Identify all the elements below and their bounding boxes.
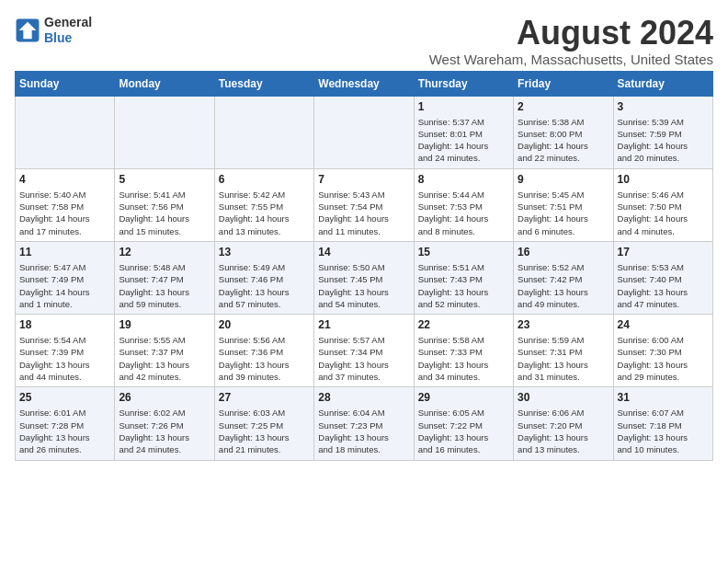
day-detail: Sunrise: 5:58 AM Sunset: 7:33 PM Dayligh… — [418, 334, 509, 383]
calendar-cell: 30Sunrise: 6:06 AM Sunset: 7:20 PM Dayli… — [514, 387, 613, 460]
day-detail: Sunrise: 5:47 AM Sunset: 7:49 PM Dayligh… — [19, 261, 110, 310]
day-detail: Sunrise: 5:43 AM Sunset: 7:54 PM Dayligh… — [318, 189, 409, 237]
calendar-cell: 28Sunrise: 6:04 AM Sunset: 7:23 PM Dayli… — [314, 387, 414, 460]
logo-line2: Blue — [44, 30, 92, 46]
week-row-1: 1Sunrise: 5:37 AM Sunset: 8:01 PM Daylig… — [16, 96, 713, 168]
day-number: 18 — [19, 318, 110, 331]
page-header: General Blue August 2024 West Wareham, M… — [15, 15, 713, 67]
day-detail: Sunrise: 5:50 AM Sunset: 7:45 PM Dayligh… — [318, 261, 409, 310]
day-number: 10 — [618, 173, 709, 186]
week-row-4: 18Sunrise: 5:54 AM Sunset: 7:39 PM Dayli… — [16, 315, 713, 387]
day-detail: Sunrise: 5:54 AM Sunset: 7:39 PM Dayligh… — [19, 334, 110, 383]
day-number: 19 — [119, 318, 210, 331]
calendar-cell: 19Sunrise: 5:55 AM Sunset: 7:37 PM Dayli… — [115, 315, 214, 387]
day-number: 4 — [19, 173, 110, 186]
calendar-cell: 10Sunrise: 5:46 AM Sunset: 7:50 PM Dayli… — [613, 168, 712, 241]
day-number: 23 — [518, 318, 609, 331]
calendar-cell: 9Sunrise: 5:45 AM Sunset: 7:51 PM Daylig… — [514, 168, 613, 241]
day-detail: Sunrise: 5:45 AM Sunset: 7:51 PM Dayligh… — [518, 189, 609, 237]
calendar-cell: 21Sunrise: 5:57 AM Sunset: 7:34 PM Dayli… — [314, 315, 414, 387]
calendar-cell: 2Sunrise: 5:38 AM Sunset: 8:00 PM Daylig… — [514, 96, 613, 168]
calendar-cell: 15Sunrise: 5:51 AM Sunset: 7:43 PM Dayli… — [414, 241, 513, 314]
calendar-cell: 11Sunrise: 5:47 AM Sunset: 7:49 PM Dayli… — [16, 241, 115, 314]
day-number: 2 — [518, 100, 609, 113]
day-number: 5 — [119, 173, 210, 186]
day-number: 8 — [418, 173, 509, 186]
day-detail: Sunrise: 5:52 AM Sunset: 7:42 PM Dayligh… — [518, 261, 609, 310]
day-detail: Sunrise: 5:46 AM Sunset: 7:50 PM Dayligh… — [618, 189, 709, 237]
day-header-tuesday: Tuesday — [214, 71, 313, 96]
day-number: 1 — [418, 100, 509, 113]
calendar-cell: 7Sunrise: 5:43 AM Sunset: 7:54 PM Daylig… — [314, 168, 414, 241]
day-detail: Sunrise: 6:07 AM Sunset: 7:18 PM Dayligh… — [618, 407, 709, 455]
calendar-cell — [16, 96, 115, 168]
day-header-friday: Friday — [514, 71, 613, 96]
calendar-cell: 1Sunrise: 5:37 AM Sunset: 8:01 PM Daylig… — [414, 96, 513, 168]
day-detail: Sunrise: 5:51 AM Sunset: 7:43 PM Dayligh… — [418, 261, 509, 310]
calendar-cell: 5Sunrise: 5:41 AM Sunset: 7:56 PM Daylig… — [115, 168, 214, 241]
day-header-monday: Monday — [115, 71, 214, 96]
day-detail: Sunrise: 5:39 AM Sunset: 7:59 PM Dayligh… — [618, 116, 709, 165]
day-number: 11 — [19, 246, 110, 259]
day-detail: Sunrise: 5:57 AM Sunset: 7:34 PM Dayligh… — [318, 334, 409, 383]
calendar-cell: 12Sunrise: 5:48 AM Sunset: 7:47 PM Dayli… — [115, 241, 214, 314]
title-block: August 2024 West Wareham, Massachusetts,… — [429, 15, 713, 67]
week-row-2: 4Sunrise: 5:40 AM Sunset: 7:58 PM Daylig… — [16, 168, 713, 241]
page-subtitle: West Wareham, Massachusetts, United Stat… — [429, 52, 713, 67]
calendar-cell: 24Sunrise: 6:00 AM Sunset: 7:30 PM Dayli… — [613, 315, 712, 387]
calendar-cell: 4Sunrise: 5:40 AM Sunset: 7:58 PM Daylig… — [16, 168, 115, 241]
day-header-sunday: Sunday — [16, 71, 115, 96]
day-number: 13 — [219, 246, 310, 259]
day-number: 27 — [219, 391, 310, 404]
day-number: 9 — [518, 173, 609, 186]
day-detail: Sunrise: 6:04 AM Sunset: 7:23 PM Dayligh… — [318, 407, 409, 455]
calendar-cell: 13Sunrise: 5:49 AM Sunset: 7:46 PM Dayli… — [214, 241, 313, 314]
day-detail: Sunrise: 6:02 AM Sunset: 7:26 PM Dayligh… — [119, 407, 210, 455]
calendar-cell: 27Sunrise: 6:03 AM Sunset: 7:25 PM Dayli… — [214, 387, 313, 460]
calendar-cell — [115, 96, 214, 168]
day-detail: Sunrise: 5:55 AM Sunset: 7:37 PM Dayligh… — [119, 334, 210, 383]
logo-icon — [15, 17, 40, 43]
calendar-cell: 6Sunrise: 5:42 AM Sunset: 7:55 PM Daylig… — [214, 168, 313, 241]
day-detail: Sunrise: 5:53 AM Sunset: 7:40 PM Dayligh… — [618, 261, 709, 310]
day-number: 25 — [19, 391, 110, 404]
day-header-wednesday: Wednesday — [314, 71, 414, 96]
day-detail: Sunrise: 5:56 AM Sunset: 7:36 PM Dayligh… — [219, 334, 310, 383]
logo-line1: General — [44, 15, 92, 30]
calendar-cell: 25Sunrise: 6:01 AM Sunset: 7:28 PM Dayli… — [16, 387, 115, 460]
day-detail: Sunrise: 5:59 AM Sunset: 7:31 PM Dayligh… — [518, 334, 609, 383]
calendar-cell: 18Sunrise: 5:54 AM Sunset: 7:39 PM Dayli… — [16, 315, 115, 387]
day-number: 7 — [318, 173, 409, 186]
logo: General Blue — [15, 15, 92, 46]
day-number: 15 — [418, 246, 509, 259]
calendar-cell: 14Sunrise: 5:50 AM Sunset: 7:45 PM Dayli… — [314, 241, 414, 314]
days-row: SundayMondayTuesdayWednesdayThursdayFrid… — [16, 71, 713, 96]
calendar-cell: 31Sunrise: 6:07 AM Sunset: 7:18 PM Dayli… — [613, 387, 712, 460]
week-row-3: 11Sunrise: 5:47 AM Sunset: 7:49 PM Dayli… — [16, 241, 713, 314]
day-detail: Sunrise: 5:41 AM Sunset: 7:56 PM Dayligh… — [119, 189, 210, 237]
calendar-cell: 16Sunrise: 5:52 AM Sunset: 7:42 PM Dayli… — [514, 241, 613, 314]
day-number: 26 — [119, 391, 210, 404]
day-detail: Sunrise: 5:40 AM Sunset: 7:58 PM Dayligh… — [19, 189, 110, 237]
day-header-thursday: Thursday — [414, 71, 513, 96]
calendar-cell: 3Sunrise: 5:39 AM Sunset: 7:59 PM Daylig… — [613, 96, 712, 168]
calendar-cell: 26Sunrise: 6:02 AM Sunset: 7:26 PM Dayli… — [115, 387, 214, 460]
day-detail: Sunrise: 6:03 AM Sunset: 7:25 PM Dayligh… — [219, 407, 310, 455]
day-detail: Sunrise: 5:48 AM Sunset: 7:47 PM Dayligh… — [119, 261, 210, 310]
day-number: 12 — [119, 246, 210, 259]
day-number: 29 — [418, 391, 509, 404]
calendar-header: SundayMondayTuesdayWednesdayThursdayFrid… — [16, 71, 713, 96]
day-detail: Sunrise: 6:06 AM Sunset: 7:20 PM Dayligh… — [518, 407, 609, 455]
calendar-cell — [314, 96, 414, 168]
day-number: 17 — [618, 246, 709, 259]
calendar-cell: 29Sunrise: 6:05 AM Sunset: 7:22 PM Dayli… — [414, 387, 513, 460]
day-number: 3 — [618, 100, 709, 113]
day-number: 31 — [618, 391, 709, 404]
day-number: 28 — [318, 391, 409, 404]
day-number: 30 — [518, 391, 609, 404]
calendar-body: 1Sunrise: 5:37 AM Sunset: 8:01 PM Daylig… — [16, 96, 713, 460]
day-detail: Sunrise: 5:49 AM Sunset: 7:46 PM Dayligh… — [219, 261, 310, 310]
day-detail: Sunrise: 5:42 AM Sunset: 7:55 PM Dayligh… — [219, 189, 310, 237]
calendar-cell: 22Sunrise: 5:58 AM Sunset: 7:33 PM Dayli… — [414, 315, 513, 387]
day-detail: Sunrise: 5:38 AM Sunset: 8:00 PM Dayligh… — [518, 116, 609, 165]
